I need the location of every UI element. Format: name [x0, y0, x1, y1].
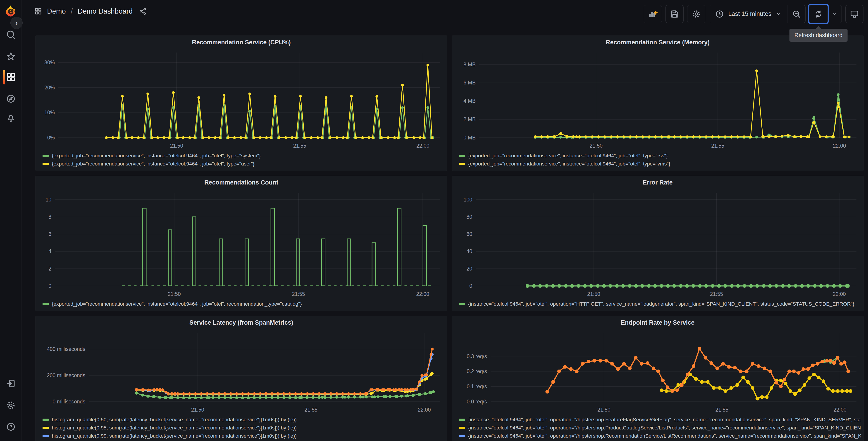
time-range-group: Last 15 minutes — [709, 5, 806, 23]
svg-text:4 MB: 4 MB — [463, 98, 476, 104]
legend-item[interactable]: {instance="otelcol:9464", job="otel", op… — [459, 424, 861, 432]
legend-series-color-chip — [42, 303, 49, 305]
svg-text:2 MB: 2 MB — [463, 116, 476, 122]
legend-item[interactable]: histogram_quantile(0.999, sum(rate(laten… — [42, 440, 445, 441]
breadcrumb-dashboard-title[interactable]: Demo Dashboard — [78, 7, 133, 16]
share-icon[interactable] — [139, 7, 147, 15]
panel-chart[interactable]: 0 MB2 MB4 MB6 MB8 MB21:5021:5522:00 — [452, 49, 863, 151]
breadcrumb: Demo / Demo Dashboard — [34, 0, 147, 23]
panel-chart[interactable]: 02040608010021:5021:5522:00 — [452, 189, 863, 299]
gear-icon — [6, 400, 16, 410]
dashboard-grid: Recommendation Service (CPU%) 0%10%20%30… — [35, 35, 864, 441]
legend-series-color-chip — [459, 163, 465, 165]
svg-text:10: 10 — [45, 197, 51, 203]
legend-item[interactable]: histogram_quantile(0.99, sum(rate(latenc… — [42, 432, 445, 440]
sidebar-item-search[interactable] — [4, 27, 18, 42]
panel-chart[interactable]: 0 milliseconds200 milliseconds400 millis… — [36, 329, 447, 415]
legend-series-label: {instance="otelcol:9464", job="otel", op… — [468, 433, 861, 439]
legend-series-label: histogram_quantile(0.95, sum(rate(latenc… — [52, 425, 297, 431]
sidebar-item-dashboards[interactable] — [4, 70, 18, 84]
legend-item[interactable]: {exported_job="recommendationservice", i… — [42, 160, 445, 168]
legend-item[interactable]: {exported_job="recommendationservice", i… — [459, 160, 861, 168]
svg-text:21:55: 21:55 — [292, 291, 305, 297]
legend-item[interactable]: {instance="otelcol:9464", job="otel", op… — [459, 416, 861, 424]
legend-series-color-chip — [42, 163, 49, 165]
legend-item[interactable]: {exported_job="recommendationservice", i… — [459, 152, 861, 160]
svg-text:0: 0 — [469, 283, 472, 289]
svg-text:0 MB: 0 MB — [463, 135, 476, 141]
legend-item[interactable]: {instance="otelcol:9464", job="otel", op… — [459, 432, 861, 440]
panel-legend: {instance="otelcol:9464", job="otel", op… — [452, 415, 863, 441]
expand-sidebar-button[interactable]: › — [10, 17, 23, 29]
panel-service-latency: Service Latency (from SpanMetrics) 0 mil… — [35, 316, 447, 441]
legend-series-label: {exported_job="recommendationservice", i… — [468, 153, 668, 159]
legend-item[interactable]: {instance="otelcol:9464", job="otel", op… — [459, 300, 861, 308]
add-panel-button[interactable] — [644, 5, 662, 23]
svg-text:21:50: 21:50 — [597, 407, 611, 413]
search-icon — [6, 30, 16, 40]
time-range-picker[interactable]: Last 15 minutes — [709, 5, 787, 23]
panel-chart[interactable]: 0.0 req/s0.1 req/s0.2 req/s0.3 req/s21:5… — [452, 329, 863, 415]
panel-title[interactable]: Recommendations Count — [36, 176, 447, 189]
legend-item[interactable]: {instance="otelcol:9464", job="otel", op… — [459, 440, 861, 441]
legend-item[interactable]: histogram_quantile(0.95, sum(rate(latenc… — [42, 424, 445, 432]
svg-text:21:55: 21:55 — [711, 143, 724, 149]
add-panel-icon — [648, 9, 657, 19]
dashboards-grid-icon — [34, 7, 42, 15]
zoom-out-time-button[interactable] — [787, 5, 805, 23]
sidebar-item-starred[interactable] — [4, 49, 18, 64]
refresh-interval-dropdown[interactable] — [828, 5, 841, 23]
svg-text:21:50: 21:50 — [170, 143, 183, 149]
save-icon — [670, 9, 679, 19]
grafana-logo-icon[interactable] — [4, 5, 17, 18]
legend-series-label: histogram_quantile(0.99, sum(rate(latenc… — [52, 433, 297, 439]
cycle-view-mode-button[interactable] — [845, 5, 864, 23]
sidebar-item-alerting[interactable] — [4, 111, 18, 125]
panel-chart[interactable]: 0%10%20%30%21:5021:5522:00 — [36, 49, 447, 151]
refresh-dashboard-button[interactable]: Refresh dashboard — [809, 5, 828, 23]
monitor-icon — [850, 9, 859, 19]
panel-title[interactable]: Service Latency (from SpanMetrics) — [36, 316, 447, 329]
legend-series-color-chip — [459, 427, 465, 429]
legend-series-color-chip — [459, 435, 465, 437]
legend-item[interactable]: histogram_quantile(0.50, sum(rate(latenc… — [42, 416, 445, 424]
panel-legend: {instance="otelcol:9464", job="otel", op… — [452, 299, 863, 311]
legend-series-color-chip — [42, 419, 49, 421]
panel-legend: {exported_job="recommendationservice", i… — [36, 151, 447, 171]
breadcrumb-folder[interactable]: Demo — [47, 7, 66, 16]
panel-title[interactable]: Error Rate — [452, 176, 863, 189]
svg-text:20: 20 — [466, 266, 472, 272]
svg-text:30%: 30% — [44, 60, 55, 65]
svg-text:10%: 10% — [44, 110, 55, 115]
svg-text:?: ? — [9, 424, 12, 429]
svg-text:21:55: 21:55 — [710, 291, 723, 297]
legend-series-label: {exported_job="recommendationservice", i… — [52, 153, 261, 159]
help-icon: ? — [6, 422, 16, 432]
sidebar-item-sign-in[interactable] — [4, 376, 18, 391]
panel-title[interactable]: Endpoint Rate by Service — [452, 316, 863, 329]
legend-series-color-chip — [459, 155, 465, 157]
svg-text:22:00: 22:00 — [416, 291, 429, 297]
legend-series-label: {exported_job="recommendationservice", i… — [52, 301, 302, 307]
sidebar-item-help[interactable]: ? — [4, 419, 18, 434]
panel-title[interactable]: Recommendation Service (CPU%) — [36, 36, 447, 49]
refresh-icon — [814, 9, 823, 19]
svg-text:0%: 0% — [47, 135, 55, 141]
sidebar-item-explore[interactable] — [4, 91, 18, 106]
save-dashboard-button[interactable] — [665, 5, 684, 23]
legend-series-color-chip — [459, 303, 465, 305]
compass-icon — [6, 94, 16, 104]
legend-item[interactable]: {exported_job="recommendationservice", i… — [42, 300, 445, 308]
panel-error-rate: Error Rate 02040608010021:5021:5522:00 {… — [452, 176, 864, 311]
toolbar-actions: Last 15 minutes Refresh dashboard — [644, 5, 864, 23]
dashboard-settings-button[interactable] — [687, 5, 705, 23]
svg-text:22:00: 22:00 — [833, 407, 846, 413]
legend-series-label: {instance="otelcol:9464", job="otel", op… — [468, 301, 854, 307]
sidebar-item-configuration[interactable] — [4, 398, 18, 412]
top-navbar: Demo / Demo Dashboard — [22, 0, 868, 28]
svg-text:0.0 req/s: 0.0 req/s — [467, 399, 487, 405]
svg-text:6: 6 — [49, 231, 51, 237]
svg-text:80: 80 — [466, 214, 472, 220]
legend-item[interactable]: {exported_job="recommendationservice", i… — [42, 152, 445, 160]
panel-chart[interactable]: 024681021:5021:5522:00 — [36, 189, 447, 299]
